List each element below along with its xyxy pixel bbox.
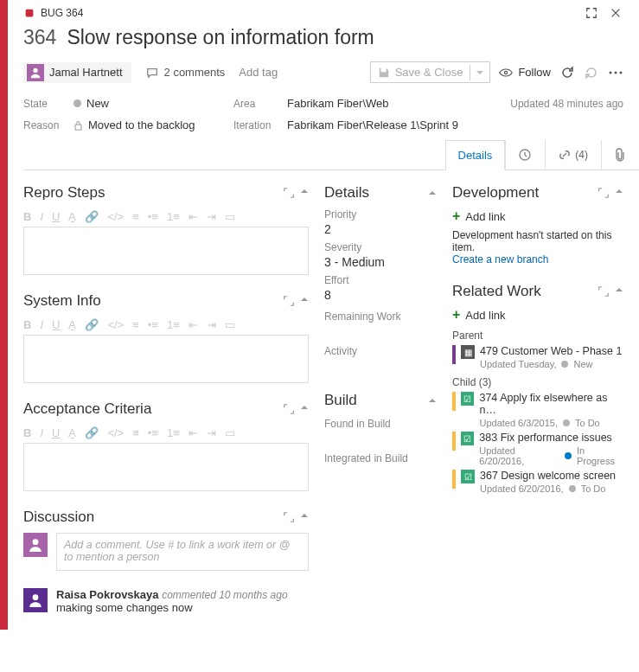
activity-label: Activity xyxy=(324,345,437,357)
related-item-child[interactable]: ☑ 374 Apply fix elsewhere as n… Updated … xyxy=(452,392,623,428)
parent-group-label: Parent xyxy=(452,330,623,342)
state-dot-icon xyxy=(561,361,568,368)
remaining-label: Remaining Work xyxy=(324,310,437,323)
refresh-icon[interactable] xyxy=(559,65,575,80)
plus-icon: + xyxy=(452,208,460,224)
repro-steps-editor[interactable] xyxy=(23,227,309,275)
comment-body: making some changes now xyxy=(56,601,288,614)
bug-icon xyxy=(23,7,35,19)
work-item-title[interactable]: Slow response on information form xyxy=(67,26,374,49)
lock-icon xyxy=(73,120,83,131)
color-bar xyxy=(452,470,456,489)
rte-toolbar[interactable]: BIUA̱🔗</>≡•≡1≡⇤⇥▭ xyxy=(23,317,309,335)
commenter-name: Raisa Pokrovskaya xyxy=(56,588,159,601)
assignee-picker[interactable]: Jamal Hartnett xyxy=(23,62,131,83)
tab-history[interactable] xyxy=(505,140,545,170)
svg-rect-0 xyxy=(26,10,34,17)
rte-toolbar[interactable]: BIUA̱🔗</>≡•≡1≡⇤⇥▭ xyxy=(23,208,309,227)
comment-meta: commented 10 months ago xyxy=(162,589,287,601)
avatar-icon xyxy=(23,588,48,612)
expand-icon[interactable] xyxy=(283,187,295,199)
effort-value[interactable]: 8 xyxy=(324,288,437,302)
svg-point-3 xyxy=(615,71,617,74)
eye-icon xyxy=(499,67,513,79)
state-dot-icon xyxy=(565,452,572,459)
create-branch-link[interactable]: Create a new branch xyxy=(452,253,623,266)
chevron-up-icon[interactable] xyxy=(300,511,309,523)
child-group-label: Child (3) xyxy=(452,376,623,388)
related-item-child[interactable]: ☑ 383 Fix performance issues Updated 6/2… xyxy=(452,432,623,466)
chevron-up-icon[interactable] xyxy=(428,396,437,405)
plus-icon: + xyxy=(452,307,460,323)
expand-icon[interactable] xyxy=(597,285,610,298)
related-item-parent[interactable]: ▦ 479 Customer Web - Phase 1 Updated Tue… xyxy=(452,345,623,369)
more-actions-icon[interactable] xyxy=(608,65,623,80)
system-info-editor[interactable] xyxy=(23,335,309,383)
chevron-up-icon[interactable] xyxy=(300,295,309,307)
task-icon: ☑ xyxy=(461,392,475,406)
save-icon xyxy=(378,67,390,79)
expand-icon[interactable] xyxy=(283,511,295,523)
tab-links[interactable]: (4) xyxy=(545,140,601,170)
paperclip-icon xyxy=(614,148,626,162)
avatar-icon xyxy=(27,64,44,81)
iteration-value[interactable]: Fabrikam Fiber\Release 1\Sprint 9 xyxy=(287,118,510,131)
area-label: Area xyxy=(233,98,287,110)
integrated-in-label: Integrated in Build xyxy=(324,452,437,464)
state-dot-icon xyxy=(73,99,81,107)
chevron-up-icon[interactable] xyxy=(615,187,623,199)
iteration-label: Iteration xyxy=(233,119,287,131)
tab-attachments[interactable] xyxy=(601,140,639,170)
close-icon[interactable] xyxy=(608,5,623,21)
chevron-up-icon[interactable] xyxy=(615,285,623,298)
follow-button[interactable]: Follow xyxy=(499,66,551,79)
area-value[interactable]: Fabrikam Fiber\Web xyxy=(287,97,510,110)
assignee-name: Jamal Hartnett xyxy=(49,66,123,79)
color-bar xyxy=(452,392,456,411)
reason-label: Reason xyxy=(23,119,73,131)
history-icon xyxy=(518,148,532,162)
undo-icon[interactable] xyxy=(584,65,599,80)
severity-value[interactable]: 3 - Medium xyxy=(324,255,437,269)
past-comment: Raisa Pokrovskaya commented 10 months ag… xyxy=(23,588,309,614)
expand-icon[interactable] xyxy=(283,295,295,307)
comments-link[interactable]: 2 comments xyxy=(145,66,226,79)
svg-point-2 xyxy=(610,71,612,74)
save-and-close-button: Save & Close xyxy=(370,61,491,83)
priority-value[interactable]: 2 xyxy=(324,222,437,236)
svg-point-4 xyxy=(620,71,623,74)
speech-bubble-icon xyxy=(145,67,159,79)
section-build: Build xyxy=(324,392,437,409)
follow-label: Follow xyxy=(518,66,551,79)
epic-icon: ▦ xyxy=(461,345,475,359)
add-link-related[interactable]: +Add link xyxy=(452,307,623,323)
reason-value[interactable]: Moved to the backlog xyxy=(73,118,233,131)
add-link-dev[interactable]: +Add link xyxy=(452,208,623,224)
severity-label: Severity xyxy=(324,241,437,253)
acceptance-editor[interactable] xyxy=(23,443,309,491)
avatar-icon xyxy=(23,533,48,557)
work-item-id: 364 xyxy=(23,26,56,49)
priority-label: Priority xyxy=(324,208,437,221)
expand-icon[interactable] xyxy=(283,403,295,415)
link-icon xyxy=(558,148,572,162)
section-repro-steps: Repro Steps xyxy=(23,184,309,202)
save-close-label: Save & Close xyxy=(395,66,463,79)
related-item-child[interactable]: ☑ 367 Design welcome screen Updated 6/20… xyxy=(452,470,623,494)
chevron-up-icon[interactable] xyxy=(428,189,437,197)
dev-empty-msg: Development hasn't started on this item. xyxy=(452,229,623,253)
discussion-input[interactable]: Add a comment. Use # to link a work item… xyxy=(56,533,309,571)
task-icon: ☑ xyxy=(461,432,474,445)
section-acceptance: Acceptance Criteria xyxy=(23,400,309,418)
state-value[interactable]: New xyxy=(73,97,233,110)
section-system-info: System Info xyxy=(23,292,309,310)
add-tag-button[interactable]: Add tag xyxy=(239,66,278,79)
expand-icon[interactable] xyxy=(597,187,610,199)
updated-text: Updated 48 minutes ago xyxy=(510,98,623,110)
svg-rect-5 xyxy=(75,125,81,130)
chevron-up-icon[interactable] xyxy=(300,187,309,199)
chevron-up-icon[interactable] xyxy=(300,403,309,415)
rte-toolbar[interactable]: BIUA̱🔗</>≡•≡1≡⇤⇥▭ xyxy=(23,425,309,443)
fullscreen-icon[interactable] xyxy=(584,5,599,21)
tab-details[interactable]: Details xyxy=(445,140,506,170)
